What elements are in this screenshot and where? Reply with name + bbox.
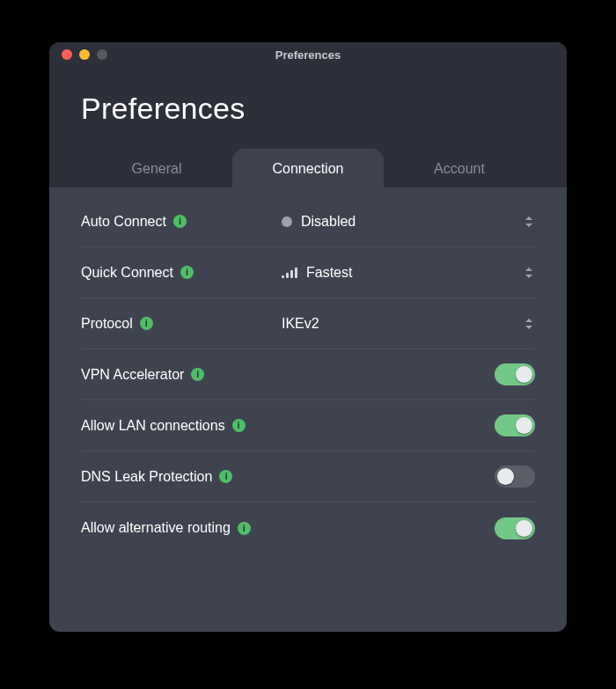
allow-lan-toggle[interactable] — [495, 414, 535, 436]
dns-leak-label: DNS Leak Protection — [81, 469, 212, 485]
traffic-lights — [49, 49, 107, 60]
tab-general[interactable]: General — [81, 149, 232, 187]
info-icon[interactable] — [219, 470, 232, 483]
preferences-window: Preferences Preferences General Connecti… — [49, 42, 567, 632]
tab-connection[interactable]: Connection — [232, 149, 384, 187]
close-window-button[interactable] — [62, 49, 72, 60]
titlebar: Preferences — [49, 42, 567, 67]
row-vpn-accelerator: VPN Accelerator — [81, 349, 535, 400]
quick-connect-label: Quick Connect — [81, 265, 173, 281]
auto-connect-dropdown[interactable]: Disabled — [282, 214, 535, 230]
info-icon[interactable] — [173, 215, 187, 228]
settings-list: Auto Connect Disabled Quick Connect — [49, 187, 567, 632]
minimize-window-button[interactable] — [79, 49, 90, 60]
vpn-accelerator-label: VPN Accelerator — [81, 367, 184, 383]
row-protocol: Protocol IKEv2 — [81, 298, 535, 349]
vpn-accelerator-toggle[interactable] — [495, 363, 535, 385]
zoom-window-button[interactable] — [97, 49, 107, 60]
chevron-updown-icon — [523, 319, 535, 329]
protocol-label: Protocol — [81, 316, 133, 332]
signal-bars-icon — [282, 267, 297, 278]
window-title: Preferences — [49, 48, 567, 62]
info-icon[interactable] — [232, 419, 246, 432]
protocol-dropdown[interactable]: IKEv2 — [282, 316, 535, 332]
alt-routing-label: Allow alternative routing — [81, 520, 231, 536]
row-auto-connect: Auto Connect Disabled — [81, 196, 535, 247]
quick-connect-value: Fastest — [306, 265, 352, 281]
dns-leak-toggle[interactable] — [495, 465, 535, 487]
tab-label: General — [132, 161, 182, 176]
row-dns-leak: DNS Leak Protection — [81, 451, 535, 502]
auto-connect-value: Disabled — [301, 214, 356, 230]
info-icon[interactable] — [238, 522, 251, 535]
info-icon[interactable] — [191, 368, 204, 381]
tab-label: Connection — [273, 161, 344, 176]
auto-connect-label: Auto Connect — [81, 214, 166, 230]
info-icon[interactable] — [180, 266, 194, 279]
tab-bar: General Connection Account — [81, 149, 535, 187]
chevron-updown-icon — [523, 268, 535, 278]
allow-lan-label: Allow LAN connections — [81, 418, 225, 434]
row-quick-connect: Quick Connect Fastest — [81, 247, 535, 298]
alt-routing-toggle[interactable] — [495, 517, 535, 539]
chevron-updown-icon — [523, 216, 535, 227]
info-icon[interactable] — [140, 317, 153, 330]
quick-connect-dropdown[interactable]: Fastest — [282, 265, 535, 281]
disabled-dot-icon — [282, 216, 292, 227]
header: Preferences General Connection Account — [49, 67, 567, 187]
row-allow-lan: Allow LAN connections — [81, 400, 535, 451]
row-alt-routing: Allow alternative routing — [81, 502, 535, 553]
tab-label: Account — [434, 161, 485, 176]
protocol-value: IKEv2 — [282, 316, 319, 332]
page-title: Preferences — [81, 92, 535, 149]
tab-account[interactable]: Account — [384, 149, 535, 187]
